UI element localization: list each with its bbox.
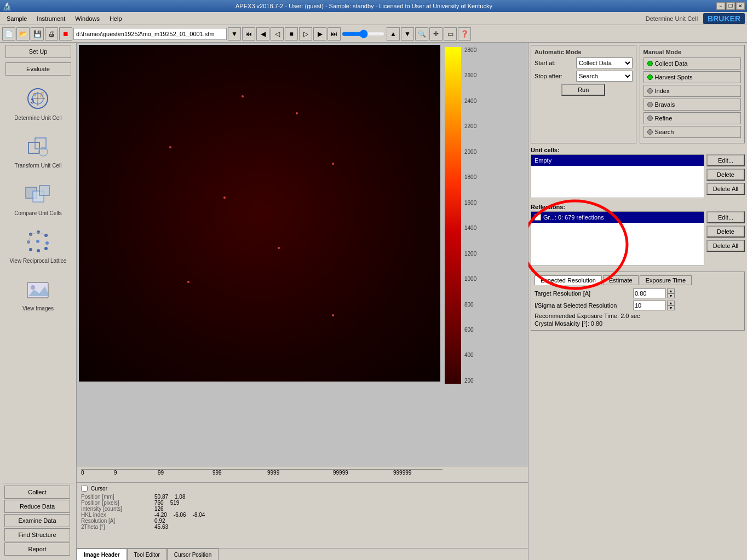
crosshair-tool[interactable]: ✛ (429, 27, 443, 41)
target-resolution-label: Target Resolution [A] (535, 290, 633, 297)
svg-rect-7 (28, 142, 39, 153)
nav-prev-far[interactable]: ◀ (256, 27, 269, 41)
start-at-select[interactable]: Collect DataHarvest SpotsIndexBravaisRef… (576, 57, 633, 68)
report-button[interactable]: Report (4, 542, 70, 556)
tab-image-header[interactable]: Image Header (77, 549, 127, 560)
new-button[interactable]: 📄 (2, 27, 15, 41)
minimize-button[interactable]: − (716, 2, 725, 10)
reflections-section: Reflections: Gr...: 0: 679 reflections (531, 204, 745, 268)
frame-slider[interactable] (342, 28, 386, 39)
help-tool[interactable]: ❓ (458, 27, 471, 41)
sidebar-item-transform-unit-cell[interactable]: Transform Unit Cell (5, 128, 71, 171)
color-scale-labels: 2800 2600 2400 2200 2000 1800 1600 1400 … (464, 47, 476, 384)
path-dropdown[interactable]: ▼ (228, 27, 241, 41)
manual-index-btn[interactable]: Index (643, 85, 742, 97)
resolution-label: Resolution [A] (81, 518, 152, 524)
reflections-delete-all-btn[interactable]: Delete All (706, 240, 745, 252)
isigma-spinner: ▲ ▼ (667, 301, 675, 310)
manual-mode-section: Manual Mode Collect Data Harvest Spots I… (640, 45, 745, 143)
open-button[interactable]: 📂 (16, 27, 30, 41)
sidebar-item-determine-unit-cell[interactable]: α β 3 Determine Unit Cell (5, 80, 71, 123)
manual-harvest-spots-btn[interactable]: Harvest Spots (643, 71, 742, 83)
search-tool[interactable]: 🔍 (415, 27, 428, 41)
print-button[interactable]: 🖨 (45, 27, 58, 41)
menu-help[interactable]: Help (105, 14, 127, 23)
select-tool[interactable]: ▭ (444, 27, 457, 41)
restore-button[interactable]: ❐ (726, 2, 735, 10)
resolution-v1: 0.92 (154, 518, 165, 524)
reflections-delete-btn[interactable]: Delete (706, 226, 745, 238)
sidebar-item-compare-unit-cells[interactable]: Compare Unit Cells (5, 175, 71, 218)
nav-prev[interactable]: ◁ (271, 27, 284, 41)
file-path-input[interactable] (73, 28, 227, 40)
reduce-data-button[interactable]: Reduce Data (4, 500, 70, 513)
search-led (647, 129, 653, 135)
manual-collect-data-btn[interactable]: Collect Data (643, 57, 742, 70)
target-resolution-down[interactable]: ▼ (667, 293, 675, 298)
tab-cursor-position[interactable]: Cursor Position (167, 549, 219, 560)
nav-next-far[interactable]: ▶ (313, 27, 326, 41)
reflections-list[interactable]: Gr...: 0: 679 reflections (531, 211, 704, 266)
manual-collect-data-label: Collect Data (655, 60, 688, 67)
tab-estimate[interactable]: Estimate (603, 275, 639, 285)
nav-stop[interactable]: ■ (285, 27, 298, 41)
reflections-edit-btn[interactable]: Edit... (706, 211, 745, 223)
manual-search-btn[interactable]: Search (643, 126, 742, 138)
menu-instrument[interactable]: Instrument (32, 14, 70, 23)
menu-sample[interactable]: Sample (2, 14, 31, 23)
sidebar-item-view-reciprocal-lattice[interactable]: View Reciprocal Lattice (5, 223, 71, 266)
reflection-checkbox-0[interactable] (535, 214, 541, 221)
nav-end[interactable]: ⏭ (327, 27, 341, 41)
unit-cells-delete-all-btn[interactable]: Delete All (706, 183, 745, 195)
diffraction-image[interactable] (79, 45, 440, 382)
reflection-item-0[interactable]: Gr...: 0: 679 reflections (531, 212, 704, 223)
unit-cells-delete-btn[interactable]: Delete (706, 169, 745, 181)
isigma-up[interactable]: ▲ (667, 301, 675, 305)
target-resolution-up[interactable]: ▲ (667, 288, 675, 293)
tab-exposure-time[interactable]: Exposure Time (640, 275, 692, 285)
setup-button[interactable]: Set Up (5, 45, 71, 58)
target-resolution-input[interactable] (633, 288, 666, 298)
auto-manual-row: Automatic Mode Start at: Collect DataHar… (531, 45, 745, 143)
nav-next[interactable]: ▷ (299, 27, 312, 41)
manual-refine-btn[interactable]: Refine (643, 112, 742, 124)
right-panel: Automatic Mode Start at: Collect DataHar… (528, 43, 747, 560)
crystal-mosaicity-row: Crystal Mosaicity [°]: 0.80 (535, 320, 741, 327)
tab-tool-editor[interactable]: Tool Editor (127, 549, 167, 560)
manual-bravais-btn[interactable]: Bravais (643, 99, 742, 111)
save-button[interactable]: 💾 (31, 27, 44, 41)
unit-cell-empty-item[interactable]: Empty (531, 155, 704, 166)
collect-data-led (647, 61, 653, 66)
close-button[interactable]: ✕ (736, 2, 745, 10)
position-px-label: Position [pixels] (81, 500, 152, 506)
main-layout: Set Up Evaluate α β 3 Determine Unit Cel… (0, 43, 747, 560)
det-unit-cell-label: Determine Unit Cell (646, 15, 698, 22)
sidebar-item-view-reciprocal-lattice-label: View Reciprocal Lattice (10, 258, 67, 264)
collect-button[interactable]: Collect (4, 486, 70, 499)
app-icon: 🔬 (2, 2, 12, 10)
center-area: 2800 2600 2400 2200 2000 1800 1600 1400 … (77, 43, 528, 560)
nav-start[interactable]: ⏮ (242, 27, 255, 41)
svg-rect-12 (39, 186, 49, 195)
menu-windows[interactable]: Windows (71, 14, 104, 23)
evaluate-button[interactable]: Evaluate (5, 62, 71, 76)
examine-data-button[interactable]: Examine Data (4, 514, 70, 527)
find-structure-button[interactable]: Find Structure (4, 528, 70, 541)
unit-cells-edit-btn[interactable]: Edit... (706, 154, 745, 166)
determine-unit-cell-icon: α β 3 (22, 82, 55, 115)
run-button[interactable]: Run (561, 84, 605, 96)
cursor-checkbox[interactable] (81, 485, 88, 492)
unit-cells-list-area: Empty (531, 154, 704, 198)
tab-expected-resolution[interactable]: Expected Resolution (535, 275, 602, 285)
cursor-label: Cursor (91, 486, 107, 492)
stop-button[interactable]: ⏹ (59, 27, 72, 41)
position-px-v2: 519 (170, 500, 180, 506)
stop-after-select[interactable]: SearchRefineBravaisIndexHarvest SpotsCol… (576, 71, 633, 82)
unit-cells-list[interactable]: Empty (531, 154, 704, 198)
zoom-in[interactable]: ▲ (387, 27, 400, 41)
isigma-down[interactable]: ▼ (667, 305, 675, 310)
isigma-input[interactable] (633, 301, 666, 310)
reflection-label-0: Gr...: 0: 679 reflections (543, 214, 604, 221)
zoom-out[interactable]: ▼ (401, 27, 414, 41)
sidebar-item-view-images[interactable]: View Images (5, 270, 71, 314)
